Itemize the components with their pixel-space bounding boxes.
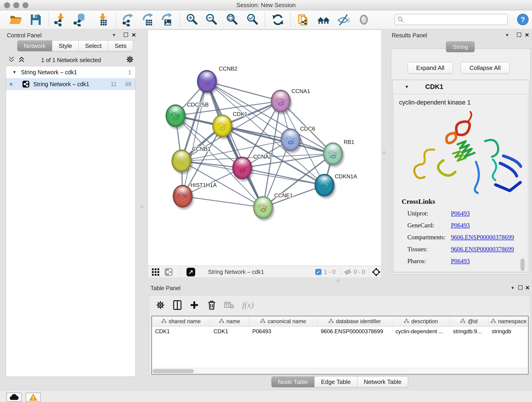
bottom-splitter-handle[interactable] (336, 279, 340, 282)
table-options-gear-icon[interactable] (156, 300, 165, 310)
table-cell[interactable]: P06493 (249, 327, 317, 336)
results-panel-close-icon[interactable]: ✕ (525, 32, 529, 38)
zoom-in-button[interactable] (185, 13, 199, 26)
network-row[interactable]: String Network – cdk1 11 48 (6, 78, 135, 90)
export-image-button[interactable] (160, 13, 173, 26)
expand-all-chevrons-icon[interactable] (18, 56, 26, 63)
control-panel-menu-icon[interactable]: ▾ (113, 32, 115, 38)
network-node-CDC25B[interactable] (166, 104, 185, 127)
network-node-CCNB2[interactable] (197, 70, 217, 93)
function-builder-button[interactable]: f(x) (242, 300, 254, 310)
table-panel-close-icon[interactable]: ✕ (525, 285, 530, 291)
search-input[interactable] (405, 16, 507, 23)
help-button[interactable]: ? (517, 13, 529, 26)
import-network-database-button[interactable] (73, 13, 86, 26)
table-cell[interactable]: cyclin-dependent ... (392, 327, 450, 336)
section-expander-icon[interactable]: ▼ (405, 84, 409, 89)
tab-sets[interactable]: Sets (108, 40, 133, 51)
network-node-CDK1[interactable] (212, 115, 232, 137)
open-session-button[interactable] (9, 13, 22, 26)
table-cell[interactable]: stringdb:9... (450, 327, 488, 336)
add-column-icon[interactable] (190, 300, 199, 310)
network-collection-row[interactable]: ▼ String Network – cdk1 1 (6, 66, 135, 78)
column-header-name[interactable]: name (210, 316, 249, 326)
tab-network-table[interactable]: Network Table (357, 376, 408, 387)
collapse-all-chevrons-icon[interactable] (8, 56, 16, 63)
left-splitter-handle[interactable] (140, 205, 144, 208)
network-edge[interactable] (183, 196, 263, 207)
apply-layout-button[interactable] (271, 13, 285, 26)
results-panel-float-icon[interactable] (517, 32, 521, 37)
crosslink-link[interactable]: 9606.ENSP00000378699 (451, 246, 514, 253)
hide-selected-button[interactable] (337, 13, 350, 26)
detach-view-button[interactable]: ↗ (186, 268, 195, 276)
column-header-canonical-name[interactable]: canonical name (249, 316, 317, 326)
birdseye-toggle-icon[interactable] (372, 268, 381, 277)
table-cell[interactable]: CDK1 (210, 327, 249, 336)
export-table-button[interactable] (141, 13, 154, 26)
collapse-all-button[interactable]: Collapse All (461, 62, 510, 74)
column-header-database-identifier[interactable]: database identifier (317, 316, 392, 326)
zoom-selected-button[interactable] (246, 13, 259, 26)
crosslink-link[interactable]: P06493 (451, 258, 470, 265)
table-row[interactable]: CDK1CDK1P064939606.ENSP00000378699cyclin… (152, 327, 528, 336)
zoom-out-button[interactable] (205, 13, 218, 26)
tab-node-table[interactable]: Node Table (271, 376, 315, 387)
delete-column-icon[interactable] (207, 300, 216, 310)
network-node-CDC6[interactable] (281, 128, 300, 151)
selected-indicator-checkbox[interactable]: ✓ (315, 269, 322, 275)
table-hscrollbar[interactable] (152, 368, 528, 374)
warnings-button[interactable] (26, 393, 41, 402)
import-table-button[interactable] (95, 13, 109, 26)
home-button[interactable] (317, 13, 330, 26)
control-panel-float-icon[interactable] (124, 32, 128, 37)
collection-expander-icon[interactable]: ▼ (12, 70, 17, 75)
network-edge[interactable] (242, 168, 324, 185)
grid-view-icon[interactable] (152, 268, 159, 276)
import-network-file-button[interactable] (53, 13, 67, 26)
table-panel-float-icon[interactable] (518, 285, 523, 290)
network-view[interactable]: CCNB2CCNA1CDC25BCDK1CDC6RB1CCNB1CCNA2CDK… (148, 30, 381, 266)
export-network-button[interactable] (121, 13, 134, 26)
tab-style[interactable]: Style (52, 40, 79, 51)
network-node-CCNA2[interactable] (232, 157, 252, 179)
cloud-status-button[interactable] (6, 393, 22, 402)
show-all-button[interactable] (357, 13, 370, 26)
zoom-fit-button[interactable] (225, 13, 239, 26)
column-header-description[interactable]: description (392, 316, 450, 326)
network-node-RB1[interactable] (323, 143, 343, 165)
table-cell[interactable]: stringdb (488, 327, 529, 336)
table-cell[interactable]: CDK1 (152, 327, 210, 336)
tab-string[interactable]: String (446, 41, 475, 52)
expand-all-button[interactable]: Expand All (408, 62, 453, 74)
tab-edge-table[interactable]: Edge Table (315, 376, 357, 387)
single-view-icon[interactable] (165, 268, 173, 276)
crosslink-link[interactable]: P06493 (451, 210, 470, 217)
column-header-@id[interactable]: @id (450, 316, 488, 326)
results-panel-menu-icon[interactable]: ▾ (506, 32, 508, 38)
results-scrollbar-thumb[interactable] (520, 259, 525, 271)
network-node-CCNE1[interactable] (253, 196, 273, 219)
network-node-CCNB1[interactable] (172, 150, 191, 172)
new-network-from-selection-button[interactable] (297, 13, 310, 26)
right-splitter-handle[interactable] (382, 151, 386, 154)
crosslink-link[interactable]: 9606.ENSP00000378699 (451, 234, 514, 241)
network-node-CDKN1A[interactable] (315, 174, 334, 196)
table-panel-menu-icon[interactable]: ▾ (511, 285, 514, 290)
column-header-namespace[interactable]: namespace (488, 316, 529, 326)
save-session-button[interactable] (29, 13, 42, 26)
network-options-gear-icon[interactable] (126, 55, 134, 64)
network-edge[interactable] (183, 81, 207, 196)
control-panel-close-icon[interactable]: ✕ (132, 32, 136, 38)
tab-network[interactable]: Network (17, 40, 52, 51)
node-table[interactable]: shared namenamecanonical namedatabase id… (152, 316, 529, 375)
tab-select[interactable]: Select (79, 40, 108, 51)
column-header-shared-name[interactable]: shared name (152, 316, 210, 326)
hscrollbar-thumb[interactable] (152, 369, 194, 373)
crosslink-link[interactable]: P06493 (451, 222, 470, 229)
table-cell[interactable]: 9606.ENSP00000378699 (317, 327, 392, 336)
network-node-HIST1H1A[interactable] (173, 185, 192, 207)
show-columns-icon[interactable] (173, 300, 182, 310)
delete-table-icon[interactable] (224, 301, 234, 309)
network-node-CCNA1[interactable] (271, 90, 291, 112)
